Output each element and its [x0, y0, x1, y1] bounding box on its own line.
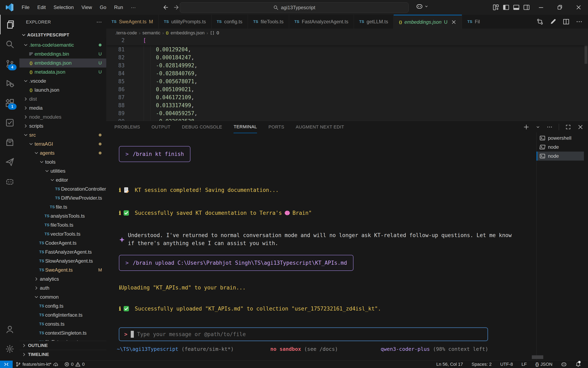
remote-indicator[interactable] [0, 361, 13, 368]
editor-tab-fileToolsts[interactable]: TSfileTools.ts [248, 15, 289, 29]
panel-tab-output[interactable]: OUTPUT [151, 121, 170, 133]
tree-item-file.ts[interactable]: TSfile.ts [19, 202, 106, 212]
editor-tab-Fil[interactable]: TSFil [462, 15, 483, 29]
toggle-secondary-sidebar-button[interactable] [521, 0, 532, 15]
toggle-sidebar-button[interactable] [501, 0, 511, 15]
copilot-status[interactable] [558, 361, 570, 368]
panel-tab-augment-next-edit[interactable]: AUGMENT NEXT EDIT [296, 121, 344, 133]
tree-item-media[interactable]: media [19, 103, 106, 112]
tree-item-tools[interactable]: tools [19, 157, 106, 166]
tree-item-SlowAnalyserAgent.ts[interactable]: TSSlowAnalyserAgent.ts [19, 257, 106, 266]
section-outline[interactable]: OUTLINE [19, 341, 106, 350]
tree-item-embeddings.bin[interactable]: embeddings.binU [19, 49, 106, 58]
editor-tab-FastAnalyzerAgentts[interactable]: TSFastAnalyzerAgent.ts [289, 15, 354, 29]
activity-item-search[interactable] [0, 34, 19, 54]
toggle-panel-button[interactable] [511, 0, 521, 15]
section-timeline[interactable]: TIMELINE [19, 350, 106, 359]
activity-item-checklist[interactable] [0, 113, 19, 133]
pencil-icon[interactable] [550, 18, 557, 25]
maximize-panel-icon[interactable] [565, 124, 571, 130]
tree-item-config.ts[interactable]: TSconfig.ts [19, 302, 106, 311]
terminal-list-item-powershell-0[interactable]: powershell [536, 134, 584, 143]
minimize-button[interactable] [532, 0, 550, 15]
tree-item-utilities[interactable]: utilities [19, 166, 106, 175]
copilot-chip[interactable] [416, 3, 429, 10]
code-editor[interactable]: 810.00129204,820.000184247,83-0.02814999… [106, 46, 588, 121]
activity-item-run-debug[interactable] [0, 74, 19, 93]
tree-item-analytics[interactable]: analytics [19, 275, 106, 284]
tree-item-agents[interactable]: agents [19, 148, 106, 157]
tree-item-embeddings.json[interactable]: {}embeddings.jsonU [19, 58, 106, 67]
editor-tab-SweAgentts[interactable]: TSSweAgent.tsM [106, 15, 158, 29]
tree-item-terraAGI[interactable]: terraAGI [19, 139, 106, 148]
panel-scrollbar-thumb[interactable] [532, 355, 543, 359]
close-panel-icon[interactable] [577, 124, 584, 130]
problems-status[interactable]: 00 [61, 361, 88, 368]
back-icon[interactable] [162, 4, 168, 11]
activity-item-paper-plane[interactable] [0, 152, 19, 172]
encoding[interactable]: UTF-8 [497, 361, 516, 368]
tree-item-auth[interactable]: auth [19, 284, 106, 293]
tree-item-common[interactable]: common [19, 293, 106, 302]
menu-item-go[interactable]: Go [97, 3, 110, 12]
panel-tab-terminal[interactable]: TERMINAL [234, 121, 257, 133]
split-icon[interactable] [563, 18, 570, 25]
tree-item-contextSingleton.ts[interactable]: TScontextSingleton.ts [19, 329, 106, 338]
language-mode[interactable]: {}JSON [532, 361, 555, 368]
activity-item-account[interactable] [0, 320, 19, 339]
panel-tab-ports[interactable]: PORTS [268, 121, 284, 133]
activity-item-package[interactable] [0, 133, 19, 152]
editor-tab-utilityPromptsts[interactable]: TSutilityPrompts.ts [158, 15, 211, 29]
more-icon[interactable] [576, 18, 583, 25]
sticky-scroll-line[interactable]: 2[ [106, 37, 588, 46]
breadcrumb-item[interactable]: embeddings.json [171, 30, 204, 36]
customize-layout-button[interactable] [491, 0, 501, 15]
breadcrumb-item[interactable]: .terra-code [115, 30, 137, 36]
breadcrumb-item[interactable]: semantic [142, 30, 160, 36]
panel-more-icon[interactable] [546, 124, 553, 130]
tree-item-vectorTools.ts[interactable]: TSvectorTools.ts [19, 230, 106, 239]
terminal-dropdown-icon[interactable] [535, 125, 540, 129]
tree-item-src[interactable]: src [19, 130, 106, 139]
menu-item-view[interactable]: View [78, 3, 96, 12]
more-actions-icon[interactable] [96, 19, 102, 25]
panel-tab-debug-console[interactable]: DEBUG CONSOLE [182, 121, 222, 133]
tree-item-fileExtensions.ts[interactable]: TSfileExtensions.ts [19, 338, 106, 341]
terminal-chat-input[interactable]: >Type your message or @path/to/file [119, 328, 488, 341]
editor-tab-getLLMts[interactable]: TSgetLLM.ts [354, 15, 394, 29]
tree-item-FastAnalyzerAgent.ts[interactable]: TSFastAnalyzerAgent.ts [19, 248, 106, 257]
branch-status[interactable]: feature/sim-kt* [13, 361, 61, 368]
activity-item-extensions[interactable]: 1 [0, 93, 19, 113]
activity-item-source-control[interactable]: 4 [0, 54, 19, 74]
terminal-list-item-node-1[interactable]: node [536, 143, 584, 152]
tree-item-configInterface.ts[interactable]: TSconfigInterface.ts [19, 311, 106, 320]
cursor-position[interactable]: Ln 56, Col 17 [433, 361, 466, 368]
close-window-button[interactable] [569, 0, 588, 15]
activity-item-files[interactable] [0, 15, 19, 34]
notifications[interactable] [572, 361, 584, 368]
tree-item-.vscode[interactable]: .vscode [19, 76, 106, 85]
restore-button[interactable] [550, 0, 569, 15]
tree-item-DecorationController.ts[interactable]: TSDecorationController.ts [19, 184, 106, 193]
tree-item-SweAgent.ts[interactable]: TSSweAgent.tsM [19, 266, 106, 275]
activity-item-robot[interactable] [0, 172, 19, 192]
tree-item-editor[interactable]: editor [19, 175, 106, 184]
menu-item-file[interactable]: File [18, 3, 33, 12]
compare-icon[interactable] [536, 18, 544, 25]
tree-item-metadata.json[interactable]: {}metadata.jsonU [19, 67, 106, 76]
terminal-list-item-node-2[interactable]: node [536, 152, 584, 161]
forward-icon[interactable] [174, 4, 180, 11]
menu-item-edit[interactable]: Edit [34, 3, 49, 12]
tree-item-DiffViewProvider.ts[interactable]: TSDiffViewProvider.ts [19, 193, 106, 202]
tree-item-consts.ts[interactable]: TSconsts.ts [19, 320, 106, 329]
menu-item-selection[interactable]: Selection [50, 3, 77, 12]
breadcrumb-item[interactable]: 0 [217, 30, 219, 36]
tree-item-scripts[interactable]: scripts [19, 121, 106, 130]
editor-scrollbar-thumb[interactable] [585, 46, 587, 64]
tree-item-fileTools.ts[interactable]: TSfileTools.ts [19, 221, 106, 230]
close-tab-icon[interactable] [451, 19, 456, 25]
tree-item-analysisTools.ts[interactable]: TSanalysisTools.ts [19, 212, 106, 221]
indentation[interactable]: Spaces: 2 [469, 361, 494, 368]
new-terminal-icon[interactable] [523, 124, 529, 130]
tree-item-node-modules[interactable]: node_modules [19, 112, 106, 121]
